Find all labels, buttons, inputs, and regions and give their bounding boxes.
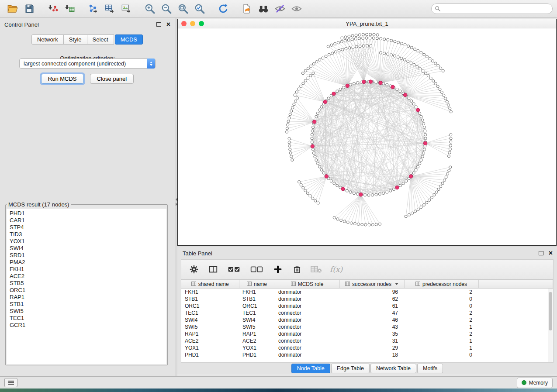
show-columns-icon[interactable] [208,264,219,275]
cell-name: FKH1 [239,289,275,296]
network-window-titlebar[interactable]: YPA_prune.txt_1 [178,19,556,28]
column-header-predecessor-nodes[interactable]: predecessor nodes [404,280,478,289]
cell-successor-nodes: 18 [339,351,404,358]
column-header-successor-nodes[interactable]: successor nodes [339,280,404,289]
table-row[interactable]: PHD1PHD1dominator180 [181,351,553,358]
hide-selected-icon[interactable] [272,2,288,16]
network-view-window: YPA_prune.txt_1 [177,19,557,246]
column-header-MCDS-role[interactable]: MCDS role [275,280,339,289]
close-table-panel-icon[interactable]: × [549,251,553,256]
tab-edge-table[interactable]: Edge Table [331,364,370,373]
tab-mcds[interactable]: MCDS [115,34,143,45]
mcds-node-item[interactable]: RAP1 [10,294,163,301]
mcds-node-item[interactable]: PHD1 [10,210,163,217]
mcds-result-list[interactable]: PHD1CAR1STP4TID3YOX1SWI4SRD1PMA2FKH1ACE2… [7,209,166,364]
table-grid-icon [345,281,350,287]
table-row[interactable]: SWI4SWI4dominator462 [181,316,553,323]
panel-menu-icon[interactable] [4,378,17,387]
cell-successor-nodes: 46 [339,316,404,323]
import-table-file-icon[interactable] [61,2,78,16]
node-table: shared namenameMCDS rolesuccessor nodesp… [181,280,553,358]
mcds-node-item[interactable]: SRD1 [10,252,163,259]
tab-node-table[interactable]: Node Table [291,364,330,373]
mcds-node-item[interactable]: ACE2 [10,273,163,280]
network-graph[interactable] [178,28,556,245]
deselect-all-columns-icon[interactable] [249,264,264,275]
cell-successor-nodes: 35 [339,330,404,337]
zoom-out-icon[interactable] [158,2,175,16]
zoom-selected-icon[interactable] [191,2,208,16]
export-table-icon[interactable] [101,2,118,16]
window-controls [181,21,204,26]
close-panel-icon[interactable]: × [166,22,170,27]
table-scrollbar[interactable] [548,289,553,362]
export-image-icon[interactable] [118,2,135,16]
refresh-icon[interactable] [215,2,232,16]
tab-style[interactable]: Style [63,34,87,45]
mcds-node-item[interactable]: TID3 [10,231,163,238]
show-all-icon[interactable] [288,2,305,16]
criterion-dropdown[interactable]: largest connected component (undirected) [19,58,156,69]
minimize-window-icon[interactable] [190,21,195,26]
mcds-node-item[interactable]: SWI4 [10,245,163,252]
tab-motifs[interactable]: Motifs [417,364,443,373]
mcds-node-item[interactable]: STB5 [10,280,163,287]
float-panel-icon[interactable] [156,22,161,27]
mcds-result-box: MCDS result (17 nodes) PHD1CAR1STP4TID3Y… [5,201,168,365]
mcds-node-item[interactable]: YOX1 [10,238,163,245]
tab-network[interactable]: Network [31,34,64,45]
table-row[interactable]: YOX1YOX1connector291 [181,344,553,351]
cell-name: ORC1 [239,303,275,309]
column-header-name[interactable]: name [239,280,275,289]
column-header-shared-name[interactable]: shared name [181,280,239,289]
open-session-icon[interactable] [4,2,21,16]
table-row[interactable]: ACE2ACE2connector311 [181,337,553,344]
cell-empty [478,323,553,330]
cell-predecessor-nodes: 2 [404,289,478,296]
tab-select[interactable]: Select [87,34,114,45]
binoculars-search-icon[interactable] [255,2,272,16]
table-row[interactable]: TEC1TEC1connector472 [181,309,553,316]
memory-button[interactable]: Memory [517,378,553,388]
close-window-icon[interactable] [181,21,187,26]
mcds-node-item[interactable]: FKH1 [10,266,163,273]
search-input[interactable] [431,3,553,14]
mcds-node-item[interactable]: CAR1 [10,217,163,224]
table-row[interactable]: FKH1FKH1dominator962 [181,289,553,296]
cell-empty [478,289,553,296]
mcds-node-item[interactable]: SWI5 [10,308,163,315]
export-network-icon[interactable] [85,2,101,16]
cell-MCDS-role: dominator [275,289,339,296]
table-row[interactable]: ORC1ORC1dominator610 [181,303,553,309]
zoom-in-icon[interactable] [142,2,158,16]
zoom-fit-icon[interactable] [175,2,191,16]
table-row[interactable]: SWI5SWI5connector431 [181,323,553,330]
network-canvas[interactable] [178,28,556,245]
table-settings-gear-icon[interactable] [188,264,200,275]
tab-network-table[interactable]: Network Table [370,364,416,373]
select-all-columns-icon[interactable] [227,264,242,275]
control-panel-title: Control Panel [4,21,39,28]
close-panel-button[interactable]: Close panel [90,74,134,84]
cell-successor-nodes: 61 [339,303,404,309]
float-table-panel-icon[interactable] [539,251,543,255]
mcds-node-item[interactable]: STP4 [10,224,163,231]
mcds-node-item[interactable]: GCR1 [10,322,163,329]
mcds-node-item[interactable]: TEC1 [10,315,163,322]
maximize-window-icon[interactable] [199,21,204,26]
scrollbar-thumb[interactable] [549,292,552,330]
add-column-icon[interactable] [272,264,284,275]
mcds-node-item[interactable]: STB1 [10,301,163,308]
table-panel: Table Panel × f(x) shared namenam [177,247,557,374]
table-row[interactable]: RAP1RAP1dominator352 [181,330,553,337]
mcds-node-item[interactable]: PMA2 [10,259,163,266]
run-mcds-button[interactable]: Run MCDS [41,74,84,84]
share-document-icon[interactable] [239,2,255,16]
mcds-node-item[interactable]: ORC1 [10,287,163,294]
save-session-icon[interactable] [21,2,38,16]
import-network-file-icon[interactable] [45,2,61,16]
delete-column-icon[interactable] [291,264,303,275]
cell-predecessor-nodes: 1 [404,337,478,344]
table-row[interactable]: STB1STB1dominator620 [181,296,553,303]
main-toolbar [0,0,557,17]
